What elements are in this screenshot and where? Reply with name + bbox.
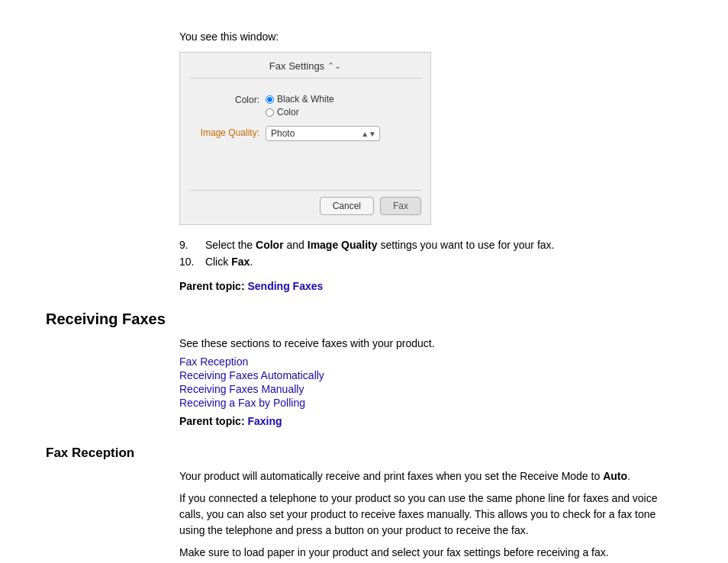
color-color-option[interactable]: Color <box>266 107 334 117</box>
sending-faxes-link[interactable]: Sending Faxes <box>247 280 323 292</box>
image-quality-label: Image Quality: <box>197 127 266 138</box>
receiving-faxes-links: Fax Reception Receiving Faxes Automatica… <box>179 355 682 409</box>
color-row: Color: Black & White Color <box>197 94 414 120</box>
fax-reception-link[interactable]: Fax Reception <box>179 355 682 368</box>
dialog-title-bar: Fax Settings ⌃⌄ <box>189 60 421 79</box>
faxing-link[interactable]: Faxing <box>247 415 282 427</box>
para1-start: Your product will automatically receive … <box>179 470 603 482</box>
faxing-parent-topic: Parent topic: Faxing <box>179 415 682 427</box>
dialog-footer: Cancel Fax <box>189 190 421 215</box>
receiving-faxes-heading: Receiving Faxes <box>46 310 682 328</box>
color-color-label: Color <box>277 107 299 117</box>
cancel-button[interactable]: Cancel <box>320 197 374 215</box>
steps-area: 9. Select the Color and Image Quality se… <box>179 239 682 268</box>
color-bw-radio[interactable] <box>266 95 274 104</box>
color-label: Color: <box>197 95 266 105</box>
dialog-title-dropdown-icon: ⌃⌄ <box>327 61 341 71</box>
fax-reception-para1: Your product will automatically receive … <box>179 468 682 484</box>
fax-reception-para2: If you connected a telephone to your pro… <box>179 491 682 539</box>
dialog-body: Color: Black & White Color Image Quality… <box>189 89 421 190</box>
intro-text: You see this window: <box>179 31 682 43</box>
image-quality-select-container: Photo Standard Fine ▲▼ <box>266 126 380 141</box>
fax-reception-heading: Fax Reception <box>46 446 682 461</box>
color-color-radio[interactable] <box>266 108 274 117</box>
step-10-number: 10. <box>179 256 202 268</box>
image-quality-row: Image Quality: Photo Standard Fine ▲▼ <box>197 126 414 141</box>
step-9: 9. Select the Color and Image Quality se… <box>179 239 682 251</box>
fax-settings-dialog: Fax Settings ⌃⌄ Color: Black & White Col… <box>179 52 431 225</box>
step-10: 10. Click Fax. <box>179 256 682 268</box>
fax-reception-section: Fax Reception Your product will automati… <box>46 446 682 561</box>
dialog-spacer <box>197 147 414 185</box>
fax-reception-para3: Make sure to load paper in your product … <box>179 545 682 561</box>
image-quality-select[interactable]: Photo Standard Fine <box>266 126 380 141</box>
step-10-text: Click Fax. <box>205 256 253 268</box>
receiving-faxes-section: Receiving Faxes See these sections to re… <box>46 310 682 427</box>
para1-end: . <box>627 470 630 482</box>
para1-bold: Auto <box>603 470 627 482</box>
receiving-faxes-intro: See these sections to receive faxes with… <box>179 337 682 349</box>
color-bw-label: Black & White <box>277 94 334 105</box>
fax-button[interactable]: Fax <box>380 197 421 215</box>
receiving-faxes-manually-link[interactable]: Receiving Faxes Manually <box>179 383 682 395</box>
receiving-faxes-automatically-link[interactable]: Receiving Faxes Automatically <box>179 369 682 381</box>
color-radio-group: Black & White Color <box>266 94 334 120</box>
step-9-text: Select the Color and Image Quality setti… <box>205 239 555 251</box>
receiving-fax-by-polling-link[interactable]: Receiving a Fax by Polling <box>179 397 682 409</box>
faxing-parent-topic-label: Parent topic: <box>179 415 245 427</box>
color-bw-option[interactable]: Black & White <box>266 94 334 105</box>
sending-faxes-parent-topic: Parent topic: Sending Faxes <box>179 280 682 292</box>
dialog-title: Fax Settings <box>269 60 324 72</box>
parent-topic-label: Parent topic: <box>179 280 245 292</box>
fax-reception-body: Your product will automatically receive … <box>179 468 682 561</box>
step-9-number: 9. <box>179 239 202 251</box>
